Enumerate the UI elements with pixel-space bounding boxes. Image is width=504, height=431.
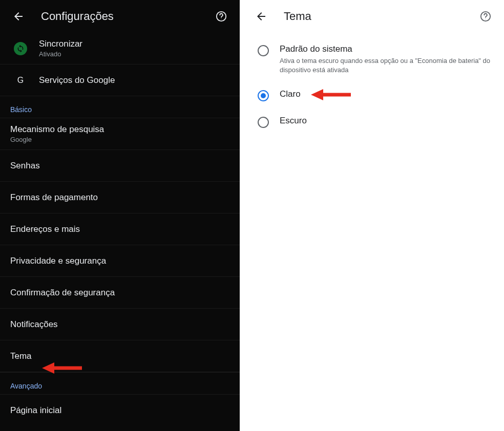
settings-item-addresses[interactable]: Endereços e mais bbox=[0, 213, 240, 245]
settings-item-sync[interactable]: Sincronizar Ativado bbox=[0, 33, 240, 64]
section-basic: Básico bbox=[0, 96, 240, 118]
arrow-back-icon bbox=[255, 10, 267, 23]
theme-panel: Tema Padrão do sistema Ativa o tema escu… bbox=[243, 0, 504, 431]
search-engine-label: Mecanismo de pesquisa bbox=[10, 124, 229, 135]
sync-sub: Ativado bbox=[39, 50, 229, 58]
theme-dark-label: Escuro bbox=[280, 116, 494, 126]
theme-title: Tema bbox=[284, 10, 475, 23]
theme-radio-list: Padrão do sistema Ativa o tema escuro qu… bbox=[243, 33, 504, 139]
settings-header: Configurações bbox=[0, 0, 240, 33]
payment-label: Formas de pagamento bbox=[10, 192, 229, 203]
help-icon bbox=[216, 11, 227, 22]
settings-item-security-confirm[interactable]: Confirmação de segurança bbox=[0, 277, 240, 309]
theme-label: Tema bbox=[10, 351, 229, 361]
settings-item-notifications[interactable]: Notificações bbox=[0, 309, 240, 340]
theme-light-label: Claro bbox=[280, 89, 494, 99]
help-button[interactable] bbox=[475, 6, 496, 27]
theme-option-system[interactable]: Padrão do sistema Ativa o tema escuro qu… bbox=[243, 37, 504, 82]
settings-item-homepage[interactable]: Página inicial bbox=[0, 395, 240, 426]
theme-system-desc: Ativa o tema escuro quando essa opção ou… bbox=[280, 56, 494, 75]
theme-system-label: Padrão do sistema bbox=[280, 44, 494, 54]
passwords-label: Senhas bbox=[10, 161, 229, 171]
settings-item-privacy[interactable]: Privacidade e segurança bbox=[0, 245, 240, 277]
radio-unchecked-icon bbox=[258, 117, 269, 128]
sync-icon-slot bbox=[10, 42, 31, 55]
security-confirm-label: Confirmação de segurança bbox=[10, 288, 229, 298]
sync-label: Sincronizar bbox=[39, 39, 229, 49]
settings-item-google-services[interactable]: G Serviços do Google bbox=[0, 64, 240, 96]
help-icon bbox=[480, 11, 491, 22]
theme-header: Tema bbox=[243, 0, 504, 33]
homepage-label: Página inicial bbox=[10, 405, 229, 416]
privacy-label: Privacidade e segurança bbox=[10, 256, 229, 266]
settings-title: Configurações bbox=[41, 10, 211, 23]
radio-unchecked-icon bbox=[258, 45, 269, 56]
help-button[interactable] bbox=[211, 6, 232, 27]
settings-item-payment[interactable]: Formas de pagamento bbox=[0, 182, 240, 213]
arrow-back-icon bbox=[12, 10, 25, 23]
google-services-label: Serviços do Google bbox=[39, 75, 229, 85]
settings-item-theme[interactable]: Tema bbox=[0, 340, 240, 372]
notifications-label: Notificações bbox=[10, 319, 229, 330]
svg-point-5 bbox=[485, 18, 486, 19]
section-advanced: Avançado bbox=[0, 372, 240, 395]
settings-panel: Configurações Sincronizar Ativado G Serv… bbox=[0, 0, 240, 431]
sync-icon bbox=[14, 42, 27, 55]
svg-point-1 bbox=[221, 18, 221, 19]
google-g-icon: G bbox=[15, 75, 26, 85]
settings-item-passwords[interactable]: Senhas bbox=[0, 150, 240, 182]
radio-checked-icon bbox=[258, 90, 269, 101]
settings-item-search-engine[interactable]: Mecanismo de pesquisa Google bbox=[0, 118, 240, 150]
back-button[interactable] bbox=[251, 6, 271, 27]
back-button[interactable] bbox=[8, 6, 29, 27]
theme-option-light[interactable]: Claro bbox=[243, 82, 504, 109]
theme-option-dark[interactable]: Escuro bbox=[243, 109, 504, 135]
search-engine-sub: Google bbox=[10, 136, 229, 143]
google-icon-slot: G bbox=[10, 75, 31, 85]
addresses-label: Endereços e mais bbox=[10, 224, 229, 234]
